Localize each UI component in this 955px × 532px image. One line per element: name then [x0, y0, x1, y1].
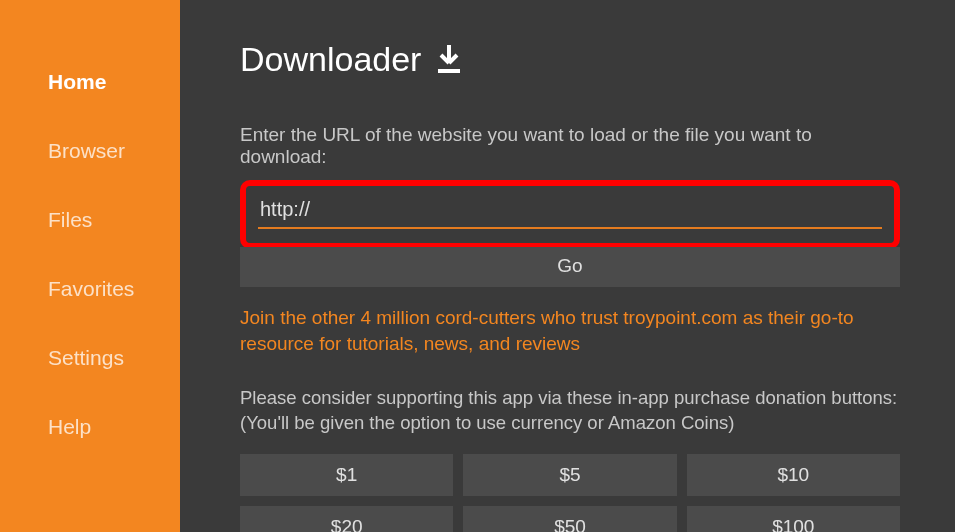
sidebar-item-label: Home [48, 70, 106, 93]
sidebar-item-label: Files [48, 208, 92, 231]
go-button[interactable]: Go [240, 247, 900, 287]
url-input[interactable] [258, 194, 882, 229]
promo-text: Join the other 4 million cord-cutters wh… [240, 305, 900, 356]
donate-grid: $1 $5 $10 $20 $50 $100 [240, 454, 900, 532]
url-instruction: Enter the URL of the website you want to… [240, 124, 900, 168]
donate-prompt-line2: (You'll be given the option to use curre… [240, 412, 734, 433]
sidebar-item-favorites[interactable]: Favorites [0, 262, 180, 316]
sidebar-item-label: Favorites [48, 277, 134, 300]
sidebar-item-files[interactable]: Files [0, 193, 180, 247]
sidebar-item-home[interactable]: Home [0, 55, 180, 109]
main-content: Downloader Enter the URL of the website … [180, 0, 955, 532]
donate-button-100[interactable]: $100 [687, 506, 900, 532]
sidebar: Home Browser Files Favorites Settings He… [0, 0, 180, 532]
donate-button-20[interactable]: $20 [240, 506, 453, 532]
donate-button-10[interactable]: $10 [687, 454, 900, 496]
sidebar-item-settings[interactable]: Settings [0, 331, 180, 385]
sidebar-item-label: Browser [48, 139, 125, 162]
sidebar-item-label: Help [48, 415, 91, 438]
donate-prompt-line1: Please consider supporting this app via … [240, 387, 897, 408]
app-title: Downloader [240, 40, 421, 79]
download-icon [436, 45, 462, 75]
svg-rect-0 [438, 69, 460, 73]
donate-button-50[interactable]: $50 [463, 506, 676, 532]
sidebar-item-browser[interactable]: Browser [0, 124, 180, 178]
donate-button-1[interactable]: $1 [240, 454, 453, 496]
donate-prompt: Please consider supporting this app via … [240, 386, 900, 436]
sidebar-item-label: Settings [48, 346, 124, 369]
sidebar-item-help[interactable]: Help [0, 400, 180, 454]
donate-button-5[interactable]: $5 [463, 454, 676, 496]
url-input-highlight [240, 180, 900, 249]
title-row: Downloader [240, 40, 900, 79]
